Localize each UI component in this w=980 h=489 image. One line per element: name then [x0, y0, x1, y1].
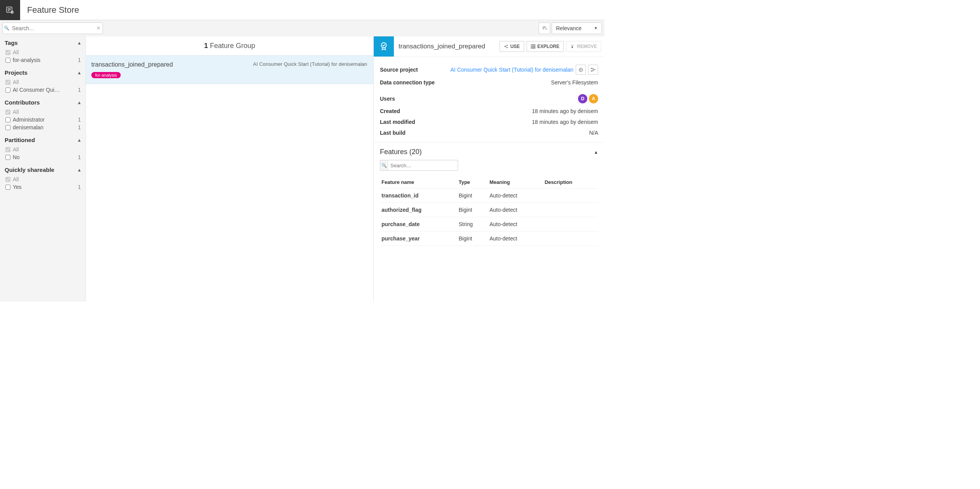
- chevron-down-icon: ▼: [594, 26, 598, 30]
- filter-all-tags[interactable]: All: [5, 48, 82, 56]
- app-logo-icon: [0, 0, 20, 20]
- feature-description: [543, 189, 598, 203]
- sort-direction-button[interactable]: [539, 22, 550, 34]
- checkbox[interactable]: [5, 125, 10, 130]
- checkbox[interactable]: [5, 110, 10, 115]
- filter-item[interactable]: Administrator1: [5, 116, 82, 124]
- col-description: Description: [543, 176, 598, 189]
- toolbar: 🔍 ✕ Relevance ▼: [0, 20, 604, 36]
- feature-type: Bigint: [457, 203, 488, 217]
- feature-type: Bigint: [457, 232, 488, 246]
- search-icon: 🔍: [3, 26, 10, 31]
- feature-group-item[interactable]: transactions_joined_prepared for-analysi…: [86, 55, 373, 84]
- search-input[interactable]: [10, 24, 94, 33]
- explore-button[interactable]: EXPLORE: [527, 41, 564, 52]
- checkbox[interactable]: [5, 88, 10, 93]
- filter-all-contributors[interactable]: All: [5, 108, 82, 116]
- grid-icon: [531, 44, 535, 49]
- table-row[interactable]: purchase_dateStringAuto-detect: [380, 217, 598, 232]
- feature-name: transaction_id: [380, 189, 457, 203]
- filter-all-projects[interactable]: All: [5, 78, 82, 86]
- filter-header-partitioned[interactable]: Partitioned ▲: [5, 137, 82, 143]
- checkbox[interactable]: [5, 117, 10, 122]
- feature-meaning: Auto-detect: [488, 203, 543, 217]
- flow-icon: [590, 67, 596, 72]
- remove-button: REMOVE: [566, 41, 601, 52]
- chevron-up-icon: ▲: [77, 40, 82, 46]
- view-source-button[interactable]: [576, 65, 586, 75]
- feature-name: authorized_flag: [380, 203, 457, 217]
- filter-all-shareable[interactable]: All: [5, 175, 82, 183]
- svg-point-10: [580, 69, 582, 70]
- checkbox[interactable]: [5, 80, 10, 85]
- open-flow-button[interactable]: [588, 65, 598, 75]
- search-icon: 🔍: [380, 160, 388, 170]
- feature-description: [543, 232, 598, 246]
- filter-section-tags: Tags ▲ All for-analysis1: [5, 39, 82, 64]
- filter-item[interactable]: AI Consumer Qui…1: [5, 86, 82, 94]
- feature-description: [543, 203, 598, 217]
- meta-source-project: Source project AI Consumer Quick Start (…: [380, 62, 598, 77]
- sort-selector[interactable]: Relevance ▼: [552, 22, 602, 34]
- filter-header-contributors[interactable]: Contributors ▲: [5, 99, 82, 106]
- chevron-up-icon: ▲: [77, 100, 82, 105]
- avatar: A: [589, 94, 598, 103]
- feature-name: purchase_year: [380, 232, 457, 246]
- filter-section-partitioned: Partitioned ▲ All No1: [5, 137, 82, 161]
- features-table: Feature name Type Meaning Description tr…: [380, 176, 598, 246]
- features-search[interactable]: 🔍: [380, 160, 458, 171]
- checkbox[interactable]: [5, 58, 10, 63]
- share-icon: [504, 44, 508, 49]
- checkbox[interactable]: [5, 155, 10, 160]
- feature-description: [543, 217, 598, 232]
- source-project-link[interactable]: AI Consumer Quick Start (Tutorial) for d…: [450, 67, 573, 73]
- remove-icon: [570, 44, 575, 49]
- meta-connection-type: Data connection type Server's Filesystem: [380, 77, 598, 88]
- filter-header-tags[interactable]: Tags ▲: [5, 39, 82, 46]
- features-search-input[interactable]: [388, 161, 458, 170]
- filter-item[interactable]: Yes1: [5, 183, 82, 191]
- sort-label: Relevance: [556, 25, 582, 31]
- checkbox[interactable]: [5, 177, 10, 182]
- sort-icon: [542, 26, 547, 31]
- feature-name: purchase_date: [380, 217, 457, 232]
- table-row[interactable]: authorized_flagBigintAuto-detect: [380, 203, 598, 217]
- details-pane: transactions_joined_prepared USE EXPLORE: [374, 36, 604, 302]
- details-title: transactions_joined_prepared: [398, 43, 499, 50]
- feature-meaning: Auto-detect: [488, 217, 543, 232]
- filter-all-partitioned[interactable]: All: [5, 146, 82, 153]
- filter-sidebar: Tags ▲ All for-analysis1 Projects ▲ All …: [0, 36, 86, 302]
- filter-item[interactable]: No1: [5, 153, 82, 161]
- filter-header-projects[interactable]: Projects ▲: [5, 69, 82, 76]
- feature-group-name: transactions_joined_prepared: [91, 61, 173, 68]
- results-header: 1 Feature Group: [86, 36, 373, 55]
- col-meaning: Meaning: [488, 176, 543, 189]
- use-button[interactable]: USE: [499, 41, 524, 52]
- features-section-header[interactable]: Features (20) ▲: [380, 146, 598, 160]
- results-pane: 1 Feature Group transactions_joined_prep…: [86, 36, 374, 302]
- details-header: transactions_joined_prepared USE EXPLORE: [374, 36, 604, 57]
- feature-type: Bigint: [457, 189, 488, 203]
- checkbox[interactable]: [5, 50, 10, 55]
- feature-group-badge-icon: [374, 36, 394, 57]
- table-row[interactable]: transaction_idBigintAuto-detect: [380, 189, 598, 203]
- filter-item[interactable]: for-analysis1: [5, 56, 82, 64]
- feature-meaning: Auto-detect: [488, 232, 543, 246]
- meta-modified: Last modified 18 minutes ago by denisem: [380, 117, 598, 127]
- clear-search-icon[interactable]: ✕: [94, 25, 103, 31]
- chevron-up-icon: ▲: [594, 150, 598, 154]
- checkbox[interactable]: [5, 185, 10, 190]
- checkbox[interactable]: [5, 147, 10, 152]
- table-row[interactable]: purchase_yearBigintAuto-detect: [380, 232, 598, 246]
- top-bar: Feature Store: [0, 0, 604, 20]
- svg-rect-6: [531, 45, 535, 48]
- avatar: D: [578, 94, 587, 103]
- meta-created: Created 18 minutes ago by denisem: [380, 106, 598, 117]
- meta-users: Users DA: [380, 92, 598, 106]
- global-search[interactable]: 🔍 ✕: [2, 22, 103, 34]
- filter-section-contributors: Contributors ▲ All Administrator1 denise…: [5, 99, 82, 131]
- feature-meaning: Auto-detect: [488, 189, 543, 203]
- filter-header-shareable[interactable]: Quickly shareable ▲: [5, 166, 82, 173]
- tag-badge: for-analysis: [91, 72, 121, 78]
- filter-item[interactable]: denisemalan1: [5, 124, 82, 131]
